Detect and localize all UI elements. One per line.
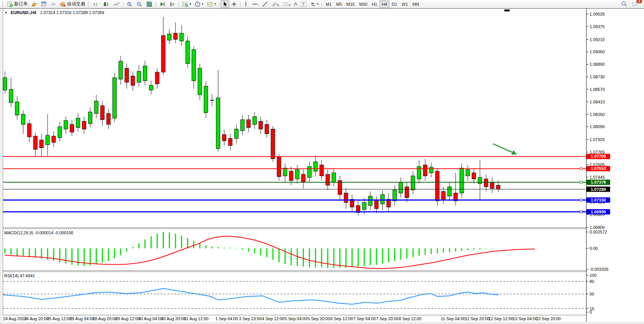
indicators-add-icon — [182, 1, 188, 7]
line-handle[interactable] — [580, 167, 582, 170]
candlestick — [222, 135, 226, 141]
indicators-button[interactable]: ▾ — [180, 0, 193, 8]
text-label-icon: T — [301, 2, 306, 7]
timeframe-H4[interactable]: H4 — [379, 0, 389, 8]
trendline-tool-button[interactable] — [260, 0, 269, 8]
date-tick-label: 31 Aug 12:00 — [184, 316, 209, 321]
candlestick — [265, 124, 269, 134]
candlestick — [320, 165, 324, 176]
candlestick — [442, 192, 445, 200]
dropdown-caret-icon: ▾ — [214, 2, 216, 6]
crosshair-icon — [231, 1, 237, 7]
timeframe-M30[interactable]: M30 — [357, 0, 370, 8]
notifications-button[interactable]: 1 — [630, 0, 640, 8]
rsi-tick-label: 80 — [590, 279, 594, 284]
timeframe-M15[interactable]: M15 — [344, 0, 357, 8]
candlestick — [368, 196, 372, 206]
rsi-line — [3, 289, 499, 304]
separator — [219, 1, 219, 7]
macd-tick-label: 0.002572 — [590, 230, 607, 234]
search-button[interactable] — [619, 0, 629, 8]
candlestick — [167, 34, 171, 40]
chart-canvas[interactable]: 1.095351.093751.092101.090501.088901.087… — [0, 8, 644, 324]
chart-shift-button[interactable] — [167, 0, 177, 8]
line-chart-type-button[interactable] — [112, 0, 121, 8]
date-tick-label: 8 Sep 12:00 — [399, 316, 421, 321]
crosshair-tool-button[interactable] — [230, 0, 239, 8]
cursor-tool-button[interactable] — [221, 0, 229, 8]
dropdown-caret-icon: ▾ — [202, 2, 203, 6]
price-tick-label: 1.08250 — [590, 112, 605, 117]
candlestick — [15, 102, 19, 115]
auto-scroll-button[interactable] — [158, 0, 167, 8]
price-tick-label: 1.09375 — [590, 24, 605, 29]
line-handle[interactable] — [580, 181, 582, 183]
line-handle[interactable] — [580, 211, 582, 213]
fibonacci-tool-button[interactable]: F — [281, 0, 292, 8]
text-label-tool-button[interactable]: T — [299, 0, 308, 8]
date-tick-label: 7 Sep 04:00 — [353, 316, 376, 321]
arrows-tool-button[interactable]: ▾ — [308, 0, 320, 8]
chart-window-button[interactable] — [39, 0, 48, 8]
price-level-badge-label: 1.07289 — [591, 187, 606, 192]
timeframe-W1[interactable]: W1 — [399, 0, 410, 8]
price-tick-label: 1.07445 — [590, 175, 605, 179]
candlestick — [192, 49, 196, 81]
timeframe-D1[interactable]: D1 — [389, 0, 399, 8]
line-handle[interactable] — [580, 199, 582, 201]
zoom-in-button[interactable] — [125, 0, 134, 8]
candlestick — [289, 171, 293, 181]
auto-trading-button[interactable]: 自动交易 — [58, 0, 87, 8]
timeframe-MN[interactable]: MN — [410, 0, 421, 8]
periods-button[interactable]: ▾ — [193, 0, 205, 8]
new-order-button[interactable]: 新订单 — [5, 0, 29, 8]
scroll-position-marker — [504, 10, 510, 11]
date-tick-label: 13 Sep 20:00 — [536, 316, 561, 321]
fibo-letter: F — [289, 3, 290, 7]
price-tick-label: 1.07925 — [590, 137, 605, 142]
candlestick — [338, 181, 342, 195]
candlestick — [247, 120, 250, 128]
timeframe-H1[interactable]: H1 — [370, 0, 379, 8]
templates-button[interactable]: ▾ — [205, 0, 217, 8]
tile-windows-button[interactable] — [145, 0, 154, 8]
zoom-out-icon — [136, 1, 143, 7]
zoom-out-button[interactable] — [135, 0, 144, 8]
price-tick-label: 1.08570 — [590, 87, 605, 92]
candlestick — [478, 178, 482, 184]
price-level-badge-label: 1.07378 — [591, 180, 606, 184]
date-tick-label: 5 Sep 04:00 — [285, 316, 307, 321]
tile-windows-icon — [146, 1, 153, 7]
candlestick — [94, 101, 98, 114]
annotation-arrow-line[interactable] — [493, 144, 512, 152]
candlestick — [58, 127, 62, 138]
candlestick-chart-type-button[interactable] — [101, 0, 111, 8]
timeframe-M1[interactable]: M1 — [324, 0, 334, 8]
text-tool-button[interactable]: A — [292, 0, 299, 8]
candlestick — [76, 118, 80, 128]
vertical-line-tool-button[interactable] — [242, 0, 250, 8]
candlestick — [393, 190, 397, 201]
date-tick-label: 24 Aug 2023 — [3, 316, 27, 321]
candlestick — [40, 140, 43, 148]
equidistant-channel-tool-button[interactable]: E — [270, 0, 281, 8]
horizontal-line-tool-button[interactable] — [250, 0, 260, 8]
candlestick — [277, 157, 281, 176]
candlestick — [149, 86, 153, 90]
equidistant-channel-icon — [271, 1, 277, 7]
bar-chart-icon — [92, 1, 99, 7]
line-chart-icon — [113, 1, 120, 7]
price-tick-label: 1.09050 — [590, 49, 605, 54]
price-level-badge-label: 1.07553 — [591, 166, 606, 171]
gold-block-icon — [31, 1, 37, 7]
broadcast-button[interactable] — [49, 0, 58, 8]
price-level-badge-label: 1.06999 — [591, 210, 606, 214]
price-tick-label: 1.08730 — [590, 75, 605, 79]
chart-area: 1.095351.093751.092101.090501.088901.087… — [0, 8, 644, 324]
bar-chart-type-button[interactable] — [91, 0, 101, 8]
market-depth-button[interactable] — [30, 0, 39, 8]
date-tick-label: 30 Aug 04:00 — [138, 316, 163, 321]
candlestick — [241, 120, 244, 131]
timeframe-M5[interactable]: M5 — [334, 0, 344, 8]
candlestick — [326, 174, 330, 185]
